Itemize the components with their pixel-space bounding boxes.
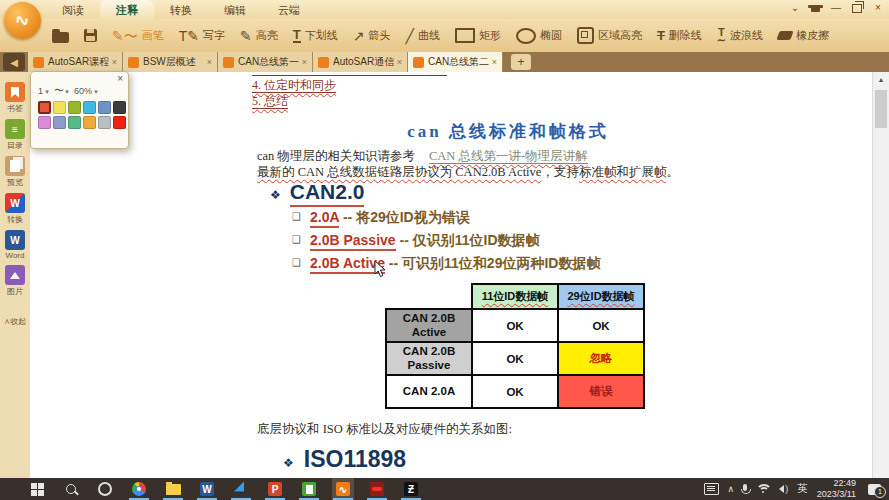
toc-link-summary[interactable]: 5. 总结 [252, 93, 288, 110]
eraser-button[interactable]: 橡皮擦 [778, 28, 829, 43]
color-swatch[interactable] [113, 116, 126, 129]
color-palette [38, 101, 128, 129]
menu-tab-edit[interactable]: 编辑 [208, 0, 262, 19]
ellipse-icon [516, 28, 536, 44]
hidden-icons-chevron[interactable]: ∧ [728, 484, 735, 494]
notification-center-icon[interactable]: 1 [868, 484, 881, 495]
document-page[interactable]: 4. 位定时和同步 5. 总结 can 总线标准和帧格式 can 物理层的相关知… [30, 72, 873, 478]
scroll-up-icon[interactable]: ▲ [873, 72, 889, 87]
color-swatch[interactable] [38, 116, 51, 129]
sidebar-item-preview[interactable]: 预览 [5, 156, 25, 188]
opacity-dropdown[interactable]: 60%▼ [74, 86, 102, 96]
restore-button[interactable] [852, 4, 862, 13]
wavy-line-button[interactable]: T∼ 波浪线 [717, 28, 763, 44]
doc-tab-autosar-course[interactable]: AutoSAR课程... × [28, 52, 123, 72]
tab-close-icon[interactable]: × [207, 57, 212, 67]
sidebar-item-image[interactable]: 图片 [5, 265, 25, 297]
write-text-button[interactable]: T✎ 写字 [179, 28, 225, 43]
taskbar-app-green[interactable] [298, 478, 320, 500]
stroke-width-dropdown[interactable]: 1▼ [38, 86, 53, 96]
volume-icon[interactable]: ) [779, 484, 788, 494]
color-swatch[interactable] [98, 101, 111, 114]
taskbar-app-capcut[interactable]: Ƶ [400, 478, 422, 500]
taskbar-clock[interactable]: 22:49 2023/3/11 [817, 478, 856, 500]
page-title: can 总线标准和帧格式 [158, 120, 858, 143]
arrow-button[interactable]: ↗ 箭头 [353, 28, 391, 43]
chevron-down-icon: ▼ [64, 89, 70, 95]
color-swatch[interactable] [38, 101, 51, 114]
taskbar-app-pdf-reader[interactable]: ∿ [332, 478, 354, 500]
menu-tab-annotate[interactable]: 注释 [100, 0, 154, 19]
vertical-scrollbar[interactable]: ▲ [872, 72, 889, 478]
ime-indicator[interactable]: 英 [797, 482, 808, 496]
open-file-button[interactable] [52, 29, 69, 43]
color-swatch[interactable] [113, 101, 126, 114]
ellipse-button[interactable]: 椭圆 [516, 28, 562, 44]
microphone-icon[interactable] [743, 484, 747, 491]
save-button[interactable] [84, 29, 97, 42]
scrollbar-thumb[interactable] [875, 90, 887, 128]
news-widget-icon[interactable] [704, 483, 719, 495]
cortana-button[interactable] [94, 478, 116, 500]
menu-tab-cloud[interactable]: 云端 [262, 0, 316, 19]
skin-theme-icon[interactable] [811, 5, 820, 12]
color-swatch[interactable] [53, 116, 66, 129]
color-swatch[interactable] [68, 116, 81, 129]
doc-tab-bsw[interactable]: BSW层概述 × [123, 52, 218, 72]
pdf-doc-icon [33, 57, 44, 68]
doc-tab-autosar-comm[interactable]: AutoSAR通信... × [313, 52, 408, 72]
brush-tool-button[interactable]: ✎〜 画笔 [112, 28, 164, 43]
tab-close-icon[interactable]: × [397, 57, 402, 67]
search-button[interactable] [60, 478, 82, 500]
chrome-icon [132, 482, 146, 496]
toc-link-bit-timing[interactable]: 4. 位定时和同步 [252, 77, 336, 94]
line-style-dropdown[interactable]: 〜▼ [54, 84, 73, 98]
doc-tab-can-1[interactable]: CAN总线第一... × [218, 52, 313, 72]
pdf-doc-icon [223, 57, 234, 68]
area-highlight-button[interactable]: 区域高亮 [577, 27, 642, 44]
doc-link-physical-layer[interactable]: CAN 总线第一讲-物理层讲解 [429, 149, 588, 163]
taskbar-app-red[interactable] [366, 478, 388, 500]
wifi-icon[interactable] [756, 484, 770, 495]
minimize-button[interactable]: — [829, 2, 843, 14]
menu-tab-convert[interactable]: 转换 [154, 0, 208, 19]
app-logo[interactable]: ∿ [4, 2, 41, 39]
sidebar-collapse-button[interactable]: ∧收起 [4, 316, 27, 327]
title-bar: 阅读 注释 转换 编辑 云端 ⌄ — × [0, 0, 889, 19]
taskbar-app-word[interactable]: W [196, 478, 218, 500]
color-swatch[interactable] [83, 116, 96, 129]
folder-icon [52, 32, 69, 43]
sidebar-item-toc[interactable]: ≡ 目录 [5, 119, 25, 151]
new-tab-button[interactable]: + [511, 54, 531, 70]
clipped-toc-line [252, 72, 447, 76]
sidebar-item-convert[interactable]: W 转换 [5, 193, 25, 225]
color-swatch[interactable] [98, 116, 111, 129]
taskbar-app-powerpoint[interactable]: P [264, 478, 286, 500]
table-row: CAN 2.0B Passive OK 忽略 [386, 342, 644, 375]
rectangle-button[interactable]: 矩形 [455, 28, 501, 43]
menu-tab-read[interactable]: 阅读 [46, 0, 100, 19]
highlight-button[interactable]: ✎ 高亮 [240, 28, 278, 43]
doc-tab-can-2[interactable]: CAN总线第二... × [408, 52, 503, 72]
panel-close-icon[interactable]: × [117, 73, 123, 84]
taskbar-app-file-explorer[interactable] [162, 478, 184, 500]
bullet-2-0b-passive: ❑2.0B Passive -- 仅识别11位ID数据帧 [292, 232, 540, 250]
sidebar-item-word[interactable]: W Word [5, 230, 25, 260]
sidebar-item-bookmark[interactable]: 书签 [5, 82, 25, 114]
color-swatch[interactable] [83, 101, 96, 114]
color-swatch[interactable] [53, 101, 66, 114]
taskbar-app-vscode[interactable] [230, 478, 252, 500]
curve-button[interactable]: ╱ 曲线 [405, 28, 439, 43]
tab-close-icon[interactable]: × [492, 57, 497, 67]
chevron-down-icon: ▼ [93, 89, 99, 95]
strikethrough-button[interactable]: T 删除线 [657, 28, 702, 43]
collapse-toolbar-button[interactable]: ⌄ [788, 2, 802, 14]
tab-close-icon[interactable]: × [112, 57, 117, 67]
close-button[interactable]: × [871, 2, 885, 14]
tab-close-icon[interactable]: × [302, 57, 307, 67]
taskbar-app-chrome[interactable] [128, 478, 150, 500]
start-button[interactable] [26, 478, 48, 500]
underline-button[interactable]: T 下划线 [293, 28, 338, 43]
back-button[interactable]: ◀ [3, 53, 25, 71]
color-swatch[interactable] [68, 101, 81, 114]
